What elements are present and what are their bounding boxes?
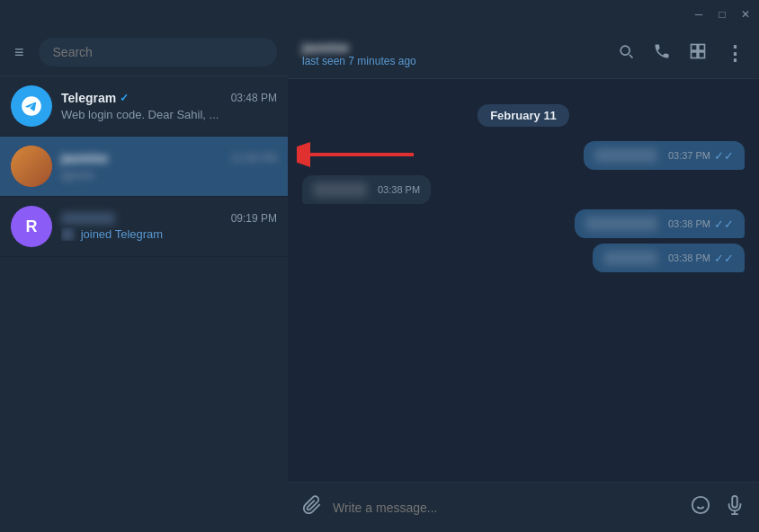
- chat-time-telegram: 03:48 PM: [231, 92, 277, 104]
- message-input[interactable]: [333, 501, 680, 515]
- search-input[interactable]: [39, 38, 277, 66]
- message-ticks-1: ✓✓: [714, 149, 734, 163]
- app-container: ≡ Telegram ✓ 03:48 PM: [0, 29, 759, 532]
- menu-icon[interactable]: ≡: [11, 40, 28, 66]
- message-bubble-outgoing-1: 03:37 PM ✓✓: [584, 141, 745, 170]
- header-actions: ⋮: [617, 42, 745, 66]
- jasmine-avatar-image: [11, 146, 52, 187]
- close-button[interactable]: ✕: [739, 8, 752, 21]
- message-content-2: [313, 182, 367, 197]
- message-time-1: 03:37 PM: [668, 150, 710, 161]
- chat-area: jasmine last seen 7 minutes ago: [288, 29, 759, 532]
- chat-item-jasmine[interactable]: jasmine 11:56 PM ignore: [0, 137, 288, 197]
- svg-point-4: [692, 497, 709, 513]
- svg-rect-2: [692, 52, 698, 58]
- message-time-2: 03:38 PM: [378, 184, 420, 195]
- date-badge: February 11: [478, 104, 569, 127]
- message-bubble-outgoing-3: 03:38 PM ✓✓: [575, 209, 745, 238]
- minimize-button[interactable]: ─: [692, 8, 705, 21]
- emoji-icon[interactable]: [691, 495, 710, 519]
- chat-item-telegram[interactable]: Telegram ✓ 03:48 PM Web login code. Dear…: [0, 76, 288, 137]
- message-bubble-outgoing-4: 03:38 PM ✓✓: [593, 244, 745, 272]
- chat-name-row-user-r: 09:19 PM: [61, 212, 277, 225]
- search-header-icon[interactable]: [617, 42, 635, 65]
- more-header-icon[interactable]: ⋮: [725, 42, 745, 66]
- chat-time-jasmine: 11:56 PM: [231, 152, 277, 164]
- avatar-telegram: [11, 85, 52, 127]
- svg-rect-3: [699, 52, 705, 58]
- chat-preview-telegram: Web login code. Dear Sahil, ...: [61, 108, 277, 121]
- input-area: [288, 482, 759, 532]
- chat-name-user-r: [61, 212, 115, 225]
- message-content-1: [594, 148, 657, 163]
- chat-info-telegram: Telegram ✓ 03:48 PM Web login code. Dear…: [61, 91, 277, 121]
- sidebar-header: ≡: [0, 29, 288, 76]
- message-ticks-3: ✓✓: [714, 217, 734, 231]
- call-header-icon[interactable]: [653, 42, 671, 65]
- chat-name-telegram: Telegram ✓: [61, 91, 129, 105]
- svg-rect-1: [699, 45, 705, 51]
- message-bubble-incoming-2: 03:38 PM: [302, 175, 431, 204]
- sidebar: ≡ Telegram ✓ 03:48 PM: [0, 29, 288, 532]
- chat-info-user-r: 09:19 PM joined Telegram: [61, 212, 277, 242]
- chat-list: Telegram ✓ 03:48 PM Web login code. Dear…: [0, 76, 288, 532]
- chat-info-jasmine: jasmine 11:56 PM ignore: [61, 151, 277, 182]
- chat-header-status: last seen 7 minutes ago: [302, 55, 606, 67]
- chat-name-row-jasmine: jasmine 11:56 PM: [61, 151, 277, 165]
- message-meta-2: 03:38 PM: [378, 184, 420, 195]
- message-meta-3: 03:38 PM ✓✓: [668, 217, 734, 231]
- message-content-3: [585, 217, 657, 231]
- message-row: 03:38 PM: [302, 175, 745, 204]
- attach-icon[interactable]: [302, 495, 322, 519]
- message-row: 03:38 PM ✓✓: [302, 244, 745, 272]
- titlebar: ─ □ ✕: [0, 0, 759, 29]
- chat-preview-jasmine: ignore: [61, 168, 277, 182]
- maximize-button[interactable]: □: [716, 8, 728, 21]
- avatar-jasmine: [11, 146, 52, 187]
- message-content-4: [603, 251, 657, 265]
- layout-header-icon[interactable]: [689, 42, 707, 65]
- chat-name-jasmine: jasmine: [61, 151, 108, 165]
- mic-icon[interactable]: [725, 495, 745, 519]
- avatar-user-r: R: [11, 206, 52, 247]
- chat-header-name: jasmine: [302, 40, 606, 55]
- message-ticks-4: ✓✓: [714, 252, 734, 265]
- chat-header-info: jasmine last seen 7 minutes ago: [302, 40, 606, 67]
- message-time-4: 03:38 PM: [668, 253, 710, 263]
- message-row: 03:38 PM ✓✓: [302, 209, 745, 238]
- message-row: 03:37 PM ✓✓: [302, 141, 745, 170]
- date-divider: February 11: [302, 104, 745, 127]
- chat-item-user-r[interactable]: R 09:19 PM joined Telegram: [0, 197, 288, 257]
- chat-name-row: Telegram ✓ 03:48 PM: [61, 91, 277, 105]
- chat-preview-user-r: joined Telegram: [61, 227, 277, 242]
- chat-header: jasmine last seen 7 minutes ago: [288, 29, 759, 79]
- messages-area: February 11 03:37 PM ✓✓ 03:38 PM: [288, 79, 759, 482]
- message-meta-1: 03:37 PM ✓✓: [668, 149, 734, 163]
- input-right-icons: [691, 495, 745, 519]
- svg-rect-0: [692, 45, 698, 51]
- message-meta-4: 03:38 PM ✓✓: [668, 252, 734, 265]
- chat-time-user-r: 09:19 PM: [231, 212, 277, 225]
- message-time-3: 03:38 PM: [668, 218, 710, 229]
- verified-badge: ✓: [120, 92, 129, 104]
